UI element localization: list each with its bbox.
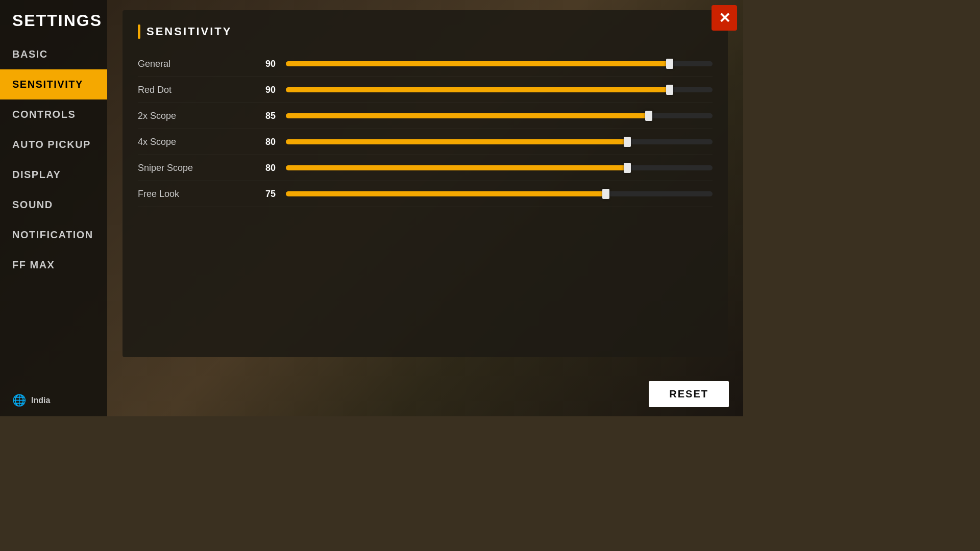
slider-track-free-look (286, 191, 713, 196)
slider-thumb-red-dot[interactable] (666, 85, 673, 95)
slider-row-4x-scope: 4x Scope 80 (138, 129, 713, 155)
slider-track-4x-scope (286, 139, 713, 144)
slider-track-container-2x-scope[interactable] (286, 110, 713, 121)
main-content: SENSITIVITY General 90 Red Dot 90 (107, 0, 743, 416)
sidebar: SETTINGS BASIC SENSITIVITY CONTROLS AUTO… (0, 0, 107, 416)
slider-track-container-free-look[interactable] (286, 188, 713, 199)
slider-fill-sniper-scope (286, 165, 627, 170)
slider-label-general: General (138, 59, 250, 69)
sidebar-footer: 🌐 India (0, 385, 107, 416)
slider-row-red-dot: Red Dot 90 (138, 77, 713, 103)
app-title: SETTINGS (0, 0, 107, 39)
slider-value-general: 90 (250, 59, 276, 69)
slider-thumb-4x-scope[interactable] (624, 137, 631, 147)
slider-label-free-look: Free Look (138, 189, 250, 199)
app-layout: SETTINGS BASIC SENSITIVITY CONTROLS AUTO… (0, 0, 743, 416)
slider-track-container-4x-scope[interactable] (286, 136, 713, 147)
sidebar-item-notification[interactable]: NOTIFICATION (0, 220, 107, 250)
slider-thumb-2x-scope[interactable] (645, 111, 652, 121)
region-label: India (31, 396, 50, 405)
globe-icon: 🌐 (12, 394, 26, 407)
slider-thumb-sniper-scope[interactable] (624, 163, 631, 173)
sidebar-item-ff-max[interactable]: FF MAX (0, 250, 107, 280)
slider-track-sniper-scope (286, 165, 713, 170)
slider-fill-red-dot (286, 87, 670, 92)
slider-label-2x-scope: 2x Scope (138, 111, 250, 121)
slider-fill-2x-scope (286, 113, 649, 118)
sidebar-item-controls[interactable]: CONTROLS (0, 99, 107, 130)
slider-track-red-dot (286, 87, 713, 92)
sidebar-nav: BASIC SENSITIVITY CONTROLS AUTO PICKUP D… (0, 39, 107, 385)
slider-track-2x-scope (286, 113, 713, 118)
sidebar-item-basic[interactable]: BASIC (0, 39, 107, 69)
section-header: SENSITIVITY (138, 24, 713, 39)
slider-row-2x-scope: 2x Scope 85 (138, 103, 713, 129)
sidebar-item-auto-pickup[interactable]: AUTO PICKUP (0, 130, 107, 160)
slider-value-4x-scope: 80 (250, 137, 276, 147)
section-title: SENSITIVITY (146, 25, 232, 38)
slider-label-sniper-scope: Sniper Scope (138, 163, 250, 173)
close-button[interactable]: ✕ (712, 5, 737, 31)
slider-label-red-dot: Red Dot (138, 85, 250, 95)
slider-value-sniper-scope: 80 (250, 163, 276, 173)
slider-fill-free-look (286, 191, 606, 196)
slider-track-container-red-dot[interactable] (286, 84, 713, 95)
slider-row-sniper-scope: Sniper Scope 80 (138, 155, 713, 181)
slider-value-red-dot: 90 (250, 85, 276, 95)
slider-fill-4x-scope (286, 139, 627, 144)
slider-value-2x-scope: 85 (250, 111, 276, 121)
slider-track-container-general[interactable] (286, 58, 713, 69)
sidebar-item-display[interactable]: DISPLAY (0, 160, 107, 190)
slider-fill-general (286, 61, 670, 66)
slider-thumb-general[interactable] (666, 59, 673, 69)
sidebar-item-sound[interactable]: SOUND (0, 190, 107, 220)
slider-label-4x-scope: 4x Scope (138, 137, 250, 147)
title-accent-bar (138, 24, 140, 39)
slider-track-general (286, 61, 713, 66)
sidebar-item-sensitivity[interactable]: SENSITIVITY (0, 69, 107, 99)
slider-track-container-sniper-scope[interactable] (286, 162, 713, 173)
slider-value-free-look: 75 (250, 189, 276, 199)
slider-row-general: General 90 (138, 51, 713, 77)
content-panel: SENSITIVITY General 90 Red Dot 90 (122, 10, 728, 357)
slider-thumb-free-look[interactable] (602, 189, 609, 199)
slider-row-free-look: Free Look 75 (138, 181, 713, 207)
